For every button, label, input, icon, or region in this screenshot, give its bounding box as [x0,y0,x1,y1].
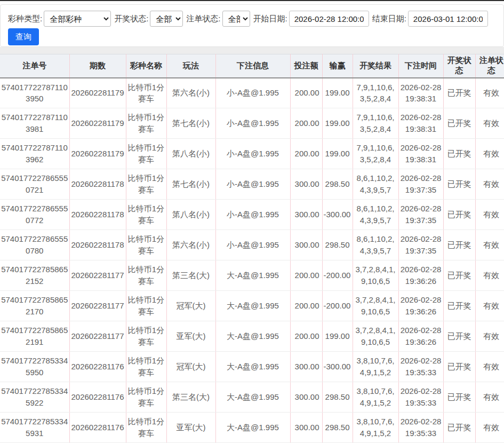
start-date-label: 开始日期: [253,14,287,24]
cell-play-type: 第六名(小) [166,230,215,260]
lottery-type-label: 彩种类型: [8,14,42,24]
cell-bet-time: 2026-02-28 19:36:26 [398,321,443,352]
cell-bet-status: 有效 [475,321,504,352]
cell-bet-status: 有效 [475,382,504,413]
header-bet-time: 下注时间 [398,54,443,78]
cell-bet-amount: 200.00 [290,78,322,108]
cell-lottery-name: 比特币1分赛车 [126,291,166,321]
cell-bet-amount: 200.00 [290,139,322,169]
cell-draw-result: 8,6,1,10,2,4,3,9,5,7 [353,200,398,230]
cell-win-loss: -200.00 [322,260,353,291]
cell-draw-result: 8,6,1,10,2,4,3,9,5,7 [353,230,398,260]
cell-bet-amount: 200.00 [290,108,322,139]
cell-draw-status: 已开奖 [443,352,475,382]
page-top-border [0,0,504,1]
cell-bet-info: 小-A盘@1.995 [215,169,290,200]
cell-bet-time: 2026-02-28 19:35:33 [398,352,443,382]
cell-period: 202602281177 [69,260,126,291]
cell-bet-time: 2026-02-28 19:35:33 [398,413,443,443]
bet-table-body: 5740177227871103950202602281179 比特币1分赛车第… [0,78,504,443]
cell-bet-amount: 300.00 [290,230,322,260]
cell-bet-id: 5740177227871103962 [0,139,69,169]
cell-bet-id: 5740177227853345922 [0,382,69,413]
cell-win-loss: 298.50 [322,169,353,200]
lottery-type-select[interactable]: 全部彩种 [44,11,111,27]
cell-bet-info: 大-A盘@1.995 [215,321,290,352]
cell-period: 202602281179 [69,139,126,169]
end-date-input[interactable] [408,11,488,27]
cell-bet-status: 有效 [475,169,504,200]
table-row: 5740177227871103950202602281179 比特币1分赛车第… [0,78,504,108]
cell-bet-status: 有效 [475,260,504,291]
cell-win-loss: -200.00 [322,291,353,321]
cell-win-loss: 298.50 [322,382,353,413]
start-date-input[interactable] [289,11,369,27]
cell-period: 202602281178 [69,230,126,260]
table-row: 5740177227871103981202602281179 比特币1分赛车第… [0,108,504,139]
cell-bet-status: 有效 [475,413,504,443]
cell-bet-info: 小-A盘@1.995 [215,200,290,230]
cell-draw-status: 已开奖 [443,413,475,443]
header-win-loss: 输赢 [322,54,353,78]
cell-draw-result: 8,6,1,10,2,4,3,9,5,7 [353,169,398,200]
cell-bet-status: 有效 [475,230,504,260]
cell-play-type: 第三名(大) [166,260,215,291]
table-row: 5740177227853345922202602281176 比特币1分赛车第… [0,382,504,413]
cell-bet-info: 大-A盘@1.995 [215,291,290,321]
cell-draw-result: 7,9,1,10,6,3,5,2,8,4 [353,108,398,139]
cell-lottery-name: 比特币1分赛车 [126,352,166,382]
cell-bet-id: 5740177227865550772 [0,200,69,230]
cell-bet-info: 大-A盘@1.995 [215,260,290,291]
cell-win-loss: 298.50 [322,413,353,443]
cell-period: 202602281177 [69,321,126,352]
cell-bet-amount: 300.00 [290,169,322,200]
table-row: 5740177227871103962202602281179 比特币1分赛车第… [0,139,504,169]
cell-play-type: 第三名(大) [166,382,215,413]
cell-draw-status: 已开奖 [443,230,475,260]
cell-bet-status: 有效 [475,78,504,108]
cell-bet-status: 有效 [475,139,504,169]
table-row: 5740177227865550780202602281178 比特币1分赛车第… [0,230,504,260]
cell-bet-id: 5740177227871103981 [0,108,69,139]
header-bet-amount: 投注额 [290,54,322,78]
cell-bet-info: 小-A盘@1.995 [215,108,290,139]
cell-play-type: 亚军(大) [166,321,215,352]
header-bet-id: 注单号 [0,54,69,78]
cell-bet-info: 小-A盘@1.995 [215,139,290,169]
cell-bet-amount: 200.00 [290,260,322,291]
bet-status-select[interactable]: 全部 [222,11,250,27]
cell-bet-id: 5740177227865550721 [0,169,69,200]
draw-status-select[interactable]: 全部 [150,11,183,27]
bet-status-label: 注单状态: [186,14,220,24]
cell-win-loss: -300.00 [322,200,353,230]
cell-draw-status: 已开奖 [443,382,475,413]
cell-draw-status: 已开奖 [443,108,475,139]
cell-draw-result: 3,8,10,7,6,4,9,1,5,2 [353,413,398,443]
cell-play-type: 亚军(大) [166,413,215,443]
cell-win-loss: 298.50 [322,230,353,260]
cell-lottery-name: 比特币1分赛车 [126,108,166,139]
cell-draw-result: 3,8,10,7,6,4,9,1,5,2 [353,382,398,413]
cell-lottery-name: 比特币1分赛车 [126,78,166,108]
table-row: 5740177227858652152202602281177 比特币1分赛车第… [0,260,504,291]
cell-lottery-name: 比特币1分赛车 [126,413,166,443]
cell-bet-time: 2026-02-28 19:38:31 [398,108,443,139]
cell-bet-id: 5740177227865550780 [0,230,69,260]
cell-draw-result: 3,7,2,8,4,1,9,10,6,5 [353,260,398,291]
cell-draw-result: 7,9,1,10,6,3,5,2,8,4 [353,139,398,169]
cell-play-type: 第六名(小) [166,78,215,108]
header-bet-info: 下注信息 [215,54,290,78]
cell-draw-result: 3,8,10,7,6,4,9,1,5,2 [353,352,398,382]
table-row: 5740177227865550721202602281178 比特币1分赛车第… [0,169,504,200]
cell-bet-amount: 300.00 [290,382,322,413]
cell-bet-id: 5740177227871103950 [0,78,69,108]
table-row: 5740177227853345950202602281176 比特币1分赛车冠… [0,352,504,382]
cell-bet-id: 5740177227858652152 [0,260,69,291]
query-button[interactable]: 查询 [8,28,39,45]
cell-bet-info: 大-A盘@1.995 [215,352,290,382]
cell-bet-info: 大-A盘@1.995 [215,382,290,413]
cell-bet-time: 2026-02-28 19:37:35 [398,230,443,260]
cell-period: 202602281177 [69,291,126,321]
cell-draw-result: 3,7,2,8,4,1,9,10,6,5 [353,321,398,352]
cell-bet-id: 5740177227853345950 [0,352,69,382]
